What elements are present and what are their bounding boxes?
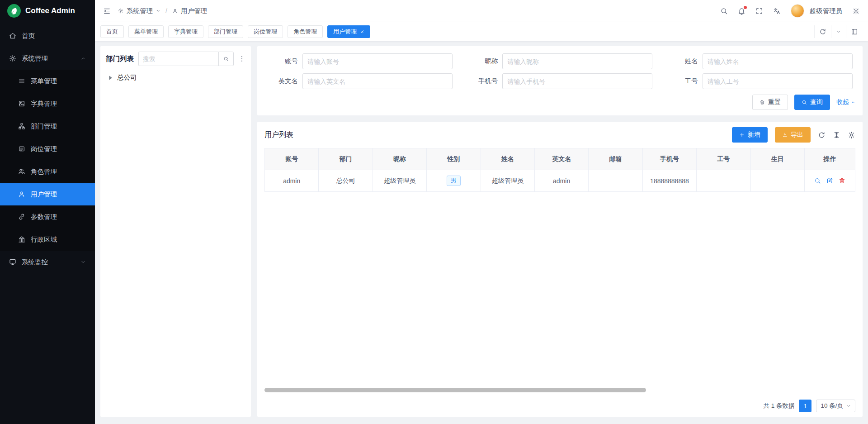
page-number-button[interactable]: 1 bbox=[799, 400, 811, 412]
sidebar-item-system-monitor[interactable]: 系统监控 bbox=[0, 251, 95, 273]
tree-node-label: 总公司 bbox=[117, 73, 137, 82]
sidebar-item-dept-mgmt[interactable]: 部门管理 bbox=[0, 115, 95, 138]
tab-role-mgmt[interactable]: 角色管理 bbox=[288, 25, 323, 38]
en-name-input[interactable] bbox=[302, 73, 453, 89]
user-table: 账号 部门 昵称 性别 姓名 英文名 邮箱 手机号 工号 生日 操作 bbox=[264, 148, 855, 192]
download-icon bbox=[782, 132, 788, 138]
tab-close-icon[interactable] bbox=[360, 29, 364, 34]
phone-field: 手机号 bbox=[464, 73, 655, 89]
user-avatar[interactable] bbox=[791, 4, 804, 18]
horizontal-scrollbar[interactable] bbox=[264, 388, 646, 392]
tab-dict-mgmt[interactable]: 字典管理 bbox=[168, 25, 203, 38]
account-field: 账号 bbox=[264, 53, 455, 69]
search-icon bbox=[802, 100, 807, 105]
brand-logo[interactable]: Coffee Admin bbox=[0, 0, 95, 22]
tab-home[interactable]: 首页 bbox=[100, 25, 124, 38]
tab-user-mgmt[interactable]: 用户管理 bbox=[327, 25, 370, 38]
edit-button[interactable] bbox=[826, 177, 833, 184]
col-header-nickname: 昵称 bbox=[373, 148, 426, 170]
user-list-card: 用户列表 新增 导出 bbox=[257, 122, 863, 417]
tree-node-root[interactable]: 总公司 bbox=[106, 72, 245, 83]
translate-icon[interactable] bbox=[773, 7, 781, 15]
tab-post-mgmt[interactable]: 岗位管理 bbox=[248, 25, 283, 38]
table-row[interactable]: admin 总公司 超级管理员 男 超级管理员 admin 1888888888… bbox=[265, 170, 855, 192]
cell-email bbox=[589, 170, 642, 192]
department-search-input[interactable] bbox=[138, 52, 218, 66]
gender-tag: 男 bbox=[447, 176, 461, 186]
filter-actions: 重置 查询 收起 bbox=[264, 95, 855, 110]
department-panel-header: 部门列表 bbox=[106, 52, 245, 66]
sidebar-item-label: 部门管理 bbox=[31, 122, 57, 131]
add-label: 新增 bbox=[748, 131, 760, 139]
work-id-label: 工号 bbox=[665, 77, 698, 86]
sidebar-item-label: 系统管理 bbox=[22, 54, 48, 63]
tab-label: 岗位管理 bbox=[254, 28, 277, 36]
sidebar-item-param-mgmt[interactable]: 参数管理 bbox=[0, 205, 95, 228]
refresh-icon[interactable] bbox=[818, 131, 826, 139]
work-id-input[interactable] bbox=[703, 73, 853, 89]
view-button[interactable] bbox=[814, 177, 821, 184]
settings-gear-icon[interactable] bbox=[852, 7, 860, 15]
col-header-account: 账号 bbox=[265, 148, 319, 170]
name-input[interactable] bbox=[703, 53, 853, 69]
tree-caret-icon[interactable] bbox=[107, 74, 114, 81]
name-label: 姓名 bbox=[665, 57, 698, 66]
export-button[interactable]: 导出 bbox=[775, 127, 811, 143]
phone-input[interactable] bbox=[502, 73, 652, 89]
nickname-input[interactable] bbox=[502, 53, 652, 69]
department-more-icon[interactable] bbox=[238, 55, 245, 62]
tab-refresh-icon[interactable] bbox=[814, 25, 831, 38]
tab-bar: 首页 菜单管理 字典管理 部门管理 岗位管理 角色管理 用户管理 bbox=[95, 22, 868, 41]
coffee-leaf-icon bbox=[7, 4, 21, 18]
sidebar-item-label: 用户管理 bbox=[31, 190, 57, 199]
add-button[interactable]: 新增 bbox=[732, 127, 768, 143]
breadcrumb-system[interactable]: 系统管理 bbox=[127, 7, 153, 15]
cell-work-id bbox=[697, 170, 750, 192]
sidebar-collapse-icon[interactable] bbox=[103, 7, 111, 15]
username[interactable]: 超级管理员 bbox=[810, 7, 843, 15]
pagination-total: 共 1 条数据 bbox=[763, 402, 794, 410]
search-button[interactable]: 查询 bbox=[794, 95, 830, 110]
top-header: 系统管理 / 用户管理 bbox=[95, 0, 868, 22]
page-size-value: 10 条/页 bbox=[821, 402, 843, 410]
account-input[interactable] bbox=[302, 53, 453, 69]
pagination-bar: 共 1 条数据 1 10 条/页 bbox=[264, 395, 855, 417]
tabbar-controls bbox=[814, 25, 863, 38]
sidebar-item-label: 菜单管理 bbox=[31, 77, 57, 86]
reset-label: 重置 bbox=[768, 98, 781, 106]
en-name-field: 英文名 bbox=[264, 73, 455, 89]
column-settings-gear-icon[interactable] bbox=[848, 131, 855, 139]
sidebar-item-role-mgmt[interactable]: 角色管理 bbox=[0, 160, 95, 183]
page-size-select[interactable]: 10 条/页 bbox=[816, 400, 855, 412]
sidebar-item-dict-mgmt[interactable]: 字典管理 bbox=[0, 92, 95, 115]
chevron-up-icon bbox=[851, 100, 855, 105]
col-header-gender: 性别 bbox=[427, 148, 481, 170]
collapse-filter-link[interactable]: 收起 bbox=[836, 98, 855, 106]
sidebar-item-menu-mgmt[interactable]: 菜单管理 bbox=[0, 70, 95, 92]
chevron-down-icon[interactable] bbox=[156, 9, 160, 13]
id-badge-icon bbox=[18, 145, 25, 152]
sidebar-item-post-mgmt[interactable]: 岗位管理 bbox=[0, 138, 95, 160]
department-search-button[interactable] bbox=[218, 52, 234, 66]
fullscreen-icon[interactable] bbox=[755, 7, 763, 15]
sidebar-item-region-mgmt[interactable]: 行政区域 bbox=[0, 228, 95, 251]
notification-bell-icon[interactable] bbox=[738, 7, 745, 15]
magnifier-icon bbox=[814, 177, 821, 184]
tab-menu-chevron-icon[interactable] bbox=[831, 25, 846, 38]
tabs-layout-icon[interactable] bbox=[846, 25, 863, 38]
work-id-field: 工号 bbox=[665, 73, 855, 89]
density-icon[interactable] bbox=[833, 131, 840, 139]
delete-button[interactable] bbox=[839, 177, 845, 184]
name-field: 姓名 bbox=[665, 53, 855, 69]
sidebar-item-user-mgmt[interactable]: 用户管理 bbox=[0, 183, 95, 205]
col-header-email: 邮箱 bbox=[589, 148, 642, 170]
tab-dept-mgmt[interactable]: 部门管理 bbox=[208, 25, 243, 38]
sidebar-item-home[interactable]: 首页 bbox=[0, 24, 95, 47]
work-area: 账号 昵称 姓名 英文名 bbox=[257, 46, 863, 417]
reset-button[interactable]: 重置 bbox=[752, 95, 788, 110]
tab-menu-mgmt[interactable]: 菜单管理 bbox=[128, 25, 164, 38]
collapse-label: 收起 bbox=[836, 98, 849, 106]
search-icon[interactable] bbox=[720, 7, 728, 15]
sidebar-item-system-mgmt[interactable]: 系统管理 bbox=[0, 47, 95, 70]
department-panel-title: 部门列表 bbox=[106, 54, 134, 64]
